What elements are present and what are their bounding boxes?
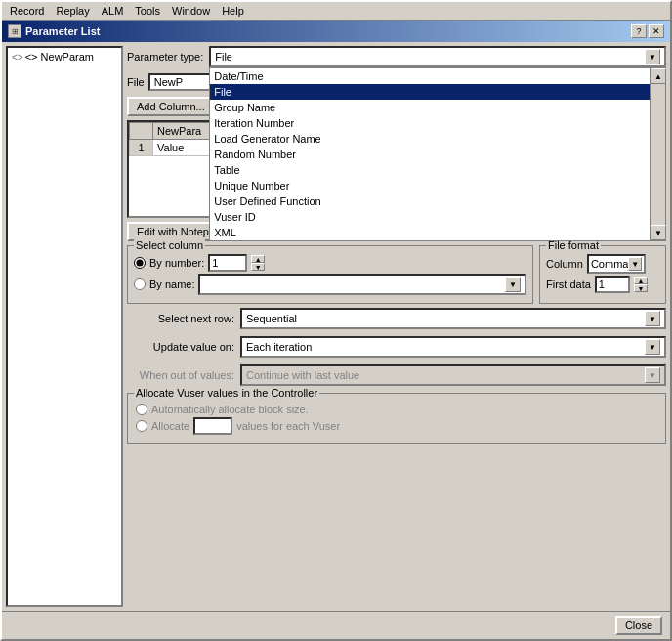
- param-type-arrow[interactable]: ▼: [645, 49, 660, 64]
- add-column-button[interactable]: Add Column...: [127, 97, 215, 116]
- by-number-spinner: ▲ ▼: [251, 255, 265, 271]
- scroll-down[interactable]: ▼: [651, 225, 666, 240]
- file-format-content: Column Comma ▼ First data ▲ ▼: [546, 254, 659, 293]
- allocate-group-title: Allocate Vuser values in the Controller: [134, 387, 319, 399]
- select-next-row-value: Sequential: [246, 313, 297, 324]
- when-out-dropdown: Continue with last value ▼: [240, 364, 666, 386]
- update-value-on-value: Each iteration: [246, 341, 312, 353]
- main-content: <> <> NewParam Parameter type: File ▼ Da…: [2, 42, 670, 611]
- first-data-input[interactable]: [595, 276, 630, 293]
- by-name-radio[interactable]: [134, 278, 146, 290]
- by-number-up[interactable]: ▲: [251, 255, 265, 263]
- first-data-down[interactable]: ▼: [634, 284, 648, 292]
- param-type-row: Parameter type: File ▼ Date/Time File Gr…: [127, 46, 666, 67]
- main-window: Record Replay ALM Tools Window Help ⊞ Pa…: [0, 0, 672, 641]
- column-arrow[interactable]: ▼: [628, 257, 641, 271]
- param-option-loadgen[interactable]: Load Generator Name: [210, 131, 650, 147]
- menu-help[interactable]: Help: [216, 3, 250, 19]
- param-option-vuser[interactable]: Vuser ID: [210, 209, 650, 225]
- window-title: Parameter List: [25, 25, 100, 37]
- select-next-row-row: Select next row: Sequential ▼: [127, 308, 666, 329]
- panels-row: Select column By number: ▲ ▼: [127, 245, 666, 304]
- window-icon: ⊞: [8, 24, 21, 38]
- when-out-row: When out of values: Continue with last v…: [127, 364, 666, 386]
- close-btn[interactable]: Close: [615, 616, 662, 635]
- update-value-on-dropdown[interactable]: Each iteration ▼: [240, 336, 666, 358]
- by-name-row: By name: ▼: [134, 274, 526, 295]
- select-next-row-dropdown[interactable]: Sequential ▼: [240, 308, 666, 329]
- allocate-content: Automatically allocate block size. Alloc…: [136, 404, 657, 435]
- select-column-title: Select column: [134, 239, 205, 251]
- param-option-unique[interactable]: Unique Number: [210, 178, 650, 193]
- right-panel: Parameter type: File ▼ Date/Time File Gr…: [127, 46, 666, 607]
- menu-tools[interactable]: Tools: [129, 3, 166, 19]
- tree-item-icon: <>: [12, 52, 23, 63]
- close-button[interactable]: ✕: [649, 24, 664, 38]
- by-number-label: By number:: [149, 257, 204, 269]
- menu-record[interactable]: Record: [4, 3, 50, 19]
- menu-replay[interactable]: Replay: [50, 3, 95, 19]
- when-out-value: Continue with last value: [246, 369, 359, 381]
- first-data-label: First data: [546, 278, 591, 290]
- manual-allocate-radio[interactable]: [136, 420, 147, 432]
- param-option-udf[interactable]: User Defined Function: [210, 193, 650, 209]
- by-number-input[interactable]: [208, 254, 247, 272]
- select-next-row-label: Select next row:: [127, 313, 234, 324]
- param-type-menu: Date/Time File Group Name Iteration Numb…: [209, 67, 666, 241]
- auto-allocate-label: Automatically allocate block size.: [151, 404, 309, 415]
- title-bar: ⊞ Parameter List ? ✕: [2, 21, 670, 42]
- param-type-scrollbar: ▲ ▼: [650, 68, 665, 240]
- manual-allocate-input[interactable]: [193, 417, 232, 435]
- param-type-list: Date/Time File Group Name Iteration Numb…: [210, 68, 650, 240]
- param-option-xml[interactable]: XML: [210, 225, 650, 240]
- menubar: Record Replay ALM Tools Window Help: [2, 2, 670, 21]
- table-col-num: [130, 123, 153, 140]
- param-type-dropdown-container: File ▼ Date/Time File Group Name Iterati…: [209, 46, 666, 67]
- select-column-group: Select column By number: ▲ ▼: [127, 245, 533, 304]
- tree-item-newparam[interactable]: <> <> NewParam: [10, 50, 119, 64]
- column-value: Comma: [591, 258, 629, 270]
- tree-item-label: <> NewParam: [25, 51, 94, 63]
- param-type-label: Parameter type:: [127, 51, 203, 63]
- update-value-on-label: Update value on:: [127, 341, 234, 353]
- column-label: Column: [546, 258, 583, 270]
- help-button[interactable]: ?: [631, 24, 647, 38]
- manual-allocate-label: Allocate: [151, 420, 189, 432]
- by-name-label: By name:: [149, 278, 194, 290]
- when-out-label: When out of values:: [127, 369, 234, 381]
- manual-allocate-suffix: values for each Vuser: [236, 420, 340, 432]
- param-option-random[interactable]: Random Number: [210, 147, 650, 162]
- menu-window[interactable]: Window: [166, 3, 216, 19]
- auto-allocate-row: Automatically allocate block size.: [136, 404, 657, 415]
- update-value-on-row: Update value on: Each iteration ▼: [127, 336, 666, 358]
- file-label: File: [127, 76, 145, 88]
- select-column-content: By number: ▲ ▼ By name:: [134, 254, 526, 295]
- param-option-groupname[interactable]: Group Name: [210, 100, 650, 115]
- by-number-radio[interactable]: [134, 257, 146, 269]
- param-type-dropdown[interactable]: File ▼: [209, 46, 666, 67]
- auto-allocate-radio[interactable]: [136, 404, 147, 415]
- left-panel: <> <> NewParam: [6, 46, 123, 607]
- manual-allocate-row: Allocate values for each Vuser: [136, 417, 657, 435]
- param-option-table[interactable]: Table: [210, 162, 650, 178]
- param-type-value: File: [215, 51, 232, 63]
- by-name-arrow[interactable]: ▼: [505, 277, 521, 292]
- scroll-up[interactable]: ▲: [651, 68, 666, 84]
- menu-alm[interactable]: ALM: [96, 3, 130, 19]
- column-combo[interactable]: Comma ▼: [587, 254, 646, 274]
- first-data-row: First data ▲ ▼: [546, 276, 659, 293]
- first-data-up[interactable]: ▲: [634, 277, 648, 284]
- by-number-down[interactable]: ▼: [251, 263, 265, 271]
- by-name-dropdown[interactable]: ▼: [198, 274, 526, 295]
- update-value-on-arrow[interactable]: ▼: [645, 339, 660, 355]
- scroll-thumb[interactable]: [651, 85, 664, 224]
- select-next-row-arrow[interactable]: ▼: [645, 311, 660, 326]
- param-option-datetime[interactable]: Date/Time: [210, 68, 650, 84]
- column-row: Column Comma ▼: [546, 254, 659, 274]
- param-option-file[interactable]: File: [210, 84, 650, 100]
- file-format-group: File format Column Comma ▼ First data: [539, 245, 666, 304]
- param-option-iternum[interactable]: Iteration Number: [210, 115, 650, 131]
- row-num-1: 1: [130, 140, 153, 156]
- by-number-row: By number: ▲ ▼: [134, 254, 526, 272]
- allocate-group: Allocate Vuser values in the Controller …: [127, 393, 666, 444]
